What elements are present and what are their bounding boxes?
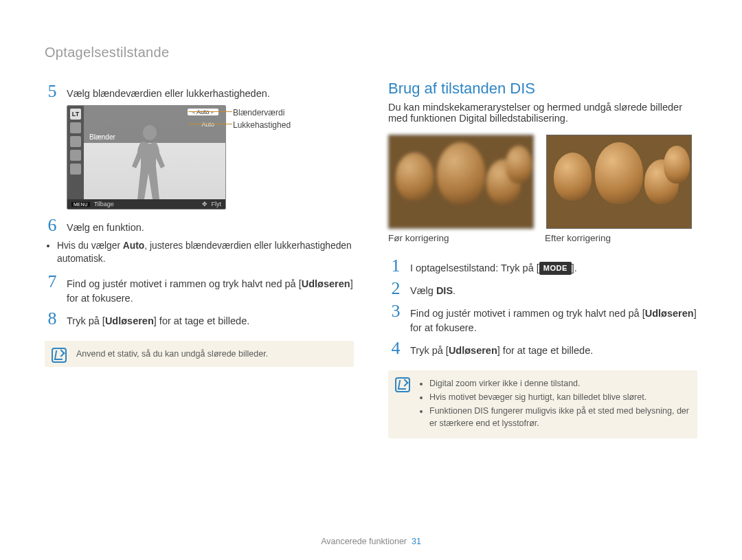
- step-text: Tryk på [Udløseren] for at tage et bille…: [410, 344, 697, 358]
- step-text: Tryk på [Udløseren] for at tage et bille…: [67, 314, 354, 328]
- callout-line-2: [188, 124, 232, 124]
- callout-aperture: Blænderværdi: [233, 107, 291, 119]
- cam-row3-label: Blænder: [89, 133, 115, 141]
- caption-before: Før korrigering: [388, 233, 532, 243]
- camera-left-icons: LT: [67, 106, 84, 199]
- note-box-right: Digital zoom virker ikke i denne tilstan…: [388, 370, 697, 438]
- note-box-left: Anvend et stativ, så du kan undgå sløred…: [45, 341, 354, 367]
- breadcrumb: Optagelsestilstande: [45, 45, 697, 60]
- step-text: Vælg DIS.: [410, 284, 697, 298]
- note-list: Digital zoom virker ikke i denne tilstan…: [420, 377, 689, 430]
- page-footer: Avancerede funktioner 31: [0, 537, 742, 546]
- lt-badge: LT: [70, 109, 81, 120]
- note-item: Hvis motivet bevæger sig hurtigt, kan bi…: [429, 391, 689, 403]
- caption-row: Før korrigering Efter korrigering: [388, 233, 697, 243]
- step-number: 7: [45, 273, 60, 291]
- photo-before: [388, 135, 534, 229]
- callout-shutter: Lukkehastighed: [233, 119, 291, 131]
- note-icon: [395, 377, 410, 392]
- aperture-value-selector: Auto: [188, 109, 218, 115]
- photo-after: [546, 135, 692, 229]
- back-label: Tilbage: [94, 201, 114, 208]
- note-item: Funktionen DIS fungerer muligvis ikke på…: [429, 405, 689, 429]
- step-7: 7 Find og justér motivet i rammen og try…: [45, 273, 354, 306]
- move-icon: ✥: [202, 201, 207, 208]
- thermo-icon: [70, 122, 81, 133]
- step-text: I optagelsestilstand: Tryk på [MODE].: [410, 261, 697, 276]
- cam-row-1: Auto: [84, 106, 225, 118]
- person-silhouette-icon: [129, 125, 170, 201]
- footer-page-number: 31: [412, 537, 421, 546]
- step-number: 3: [388, 302, 403, 320]
- intro-text: Du kan mindskekamerarystelser og hermed …: [388, 102, 697, 124]
- comparison-images: [388, 135, 697, 229]
- camera-ui-mock: LT Auto Auto Blænder: [67, 105, 235, 210]
- note-icon: [52, 348, 67, 363]
- step-number: 1: [388, 257, 403, 275]
- step-text: Find og justér motivet i rammen og tryk …: [410, 306, 697, 335]
- callouts: Blænderværdi Lukkehastighed: [233, 107, 291, 131]
- move-label: Flyt: [212, 201, 222, 208]
- camera-footer: MENU Tilbage ✥ Flyt: [67, 199, 225, 209]
- step-4: 4 Tryk på [Udløseren] for at tage et bil…: [388, 339, 697, 358]
- step-8: 8 Tryk på [Udløseren] for at tage et bil…: [45, 310, 354, 328]
- footer-section: Avancerede funktioner: [321, 537, 407, 546]
- note-text: Anvend et stativ, så du kan undgå sløred…: [76, 349, 268, 359]
- page: Optagelsestilstande 5 Vælg blændeværdien…: [0, 0, 742, 560]
- mode-badge: MODE: [539, 262, 572, 275]
- step-text: Find og justér motivet i rammen og tryk …: [67, 277, 354, 306]
- flash-off-icon: [70, 164, 81, 175]
- step-2: 2 Vælg DIS.: [388, 280, 697, 298]
- aperture-icon: [70, 136, 81, 147]
- step-6: 6 Vælg en funktion.: [45, 216, 354, 235]
- menu-key: MENU: [71, 202, 90, 207]
- step-number: 8: [45, 310, 60, 328]
- step-number: 6: [45, 216, 60, 234]
- step-text: Vælg en funktion.: [67, 221, 354, 235]
- note-item: Digital zoom virker ikke i denne tilstan…: [429, 377, 689, 390]
- step-3: 3 Find og justér motivet i rammen og try…: [388, 302, 697, 335]
- step-number: 2: [388, 280, 403, 298]
- step-5: 5 Vælg blændeværdien eller lukkerhastigh…: [45, 82, 354, 101]
- left-column: 5 Vælg blændeværdien eller lukkerhastigh…: [45, 80, 354, 438]
- camera-screen: LT Auto Auto Blænder: [67, 105, 226, 210]
- content-columns: 5 Vælg blændeværdien eller lukkerhastigh…: [45, 80, 697, 438]
- step-number: 5: [45, 82, 60, 100]
- right-column: Brug af tilstanden DIS Du kan mindskekam…: [388, 80, 697, 438]
- step-6-sublist: Hvis du vælger Auto, justeres blændeværd…: [45, 239, 354, 266]
- focus-icon: [70, 150, 81, 161]
- step-6-bullet: Hvis du vælger Auto, justeres blændeværd…: [57, 239, 354, 266]
- callout-line-1: [188, 111, 232, 112]
- caption-after: Efter korrigering: [545, 233, 689, 243]
- shutter-value: Auto: [197, 121, 218, 128]
- step-text: Vælg blændeværdien eller lukkerhastighed…: [67, 87, 354, 101]
- step-1: 1 I optagelsestilstand: Tryk på [MODE].: [388, 257, 697, 276]
- section-heading: Brug af tilstanden DIS: [388, 80, 697, 98]
- step-number: 4: [388, 339, 403, 357]
